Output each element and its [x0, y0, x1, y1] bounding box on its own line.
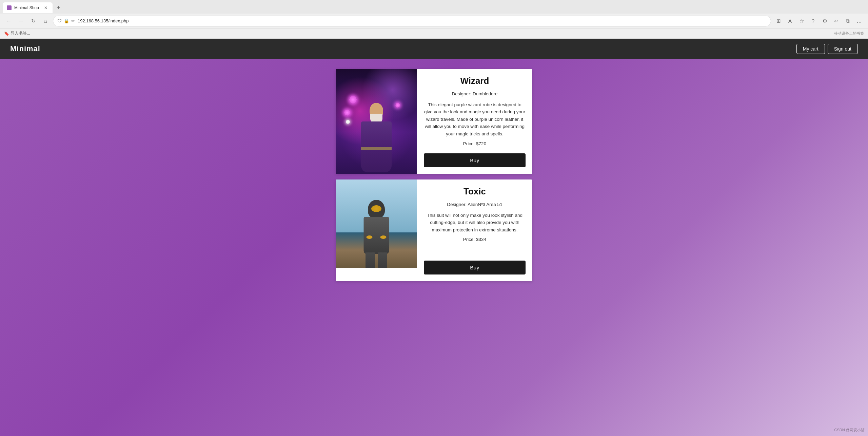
magic-orb-4	[346, 120, 350, 124]
back-button[interactable]: ←	[4, 16, 14, 26]
toxic-title: Toxic	[463, 186, 486, 197]
extensions-icon[interactable]: ⊞	[774, 16, 783, 26]
wizard-buy-button[interactable]: Buy	[424, 153, 526, 167]
new-tab-button[interactable]: +	[54, 3, 63, 13]
undo-icon[interactable]: ↩	[831, 16, 841, 26]
wizard-designer: Designer: Dumbledore	[452, 90, 497, 98]
address-security-icons: 🛡 🔒 ✏	[57, 18, 75, 23]
reload-button[interactable]: ↻	[28, 16, 38, 26]
product-card-wizard: Wizard Designer: Dumbledore This elegant…	[336, 69, 532, 174]
toxic-info: Toxic Designer: AlienNº3 Area 51 This su…	[417, 179, 532, 281]
browser-chrome: Minimal Shop ✕ + ← → ↻ ⌂ 🛡 🔒 ✏ 192.168.5…	[0, 0, 868, 39]
bookmarks-label: 导入书签...	[11, 31, 30, 36]
magic-orb-2	[344, 110, 350, 116]
product-card-inner-wizard: Wizard Designer: Dumbledore This elegant…	[336, 69, 532, 174]
help-icon[interactable]: ?	[808, 16, 818, 26]
tab-close-button[interactable]: ✕	[43, 5, 48, 11]
address-bar[interactable]: 🛡 🔒 ✏ 192.168.56.135/index.php	[53, 16, 771, 26]
hazmat-figure	[359, 200, 393, 268]
toxic-image-wrapper	[336, 179, 417, 281]
hazmat-shoulder-right	[380, 235, 387, 239]
app-navbar: Minimal My cart Sign out	[0, 39, 868, 59]
hazmat-visor	[371, 205, 381, 212]
wizard-title: Wizard	[460, 76, 489, 86]
product-card-inner-toxic: Toxic Designer: AlienNº3 Area 51 This su…	[336, 179, 532, 281]
tab-bar: Minimal Shop ✕ +	[0, 0, 868, 14]
wizard-belt	[361, 147, 392, 150]
toxic-description: This suit will not only make you look st…	[424, 212, 526, 234]
hazmat-legs	[366, 252, 387, 268]
my-cart-button[interactable]: My cart	[796, 44, 825, 54]
pen-icon: ✏	[71, 18, 75, 23]
tab-title: Minimal Shop	[14, 5, 39, 10]
wizard-text-area: Wizard Designer: Dumbledore This elegant…	[424, 76, 526, 153]
bookmarks-bar: 🔖 导入书签... 移动设备上的书签	[0, 29, 868, 39]
star-icon[interactable]: ☆	[797, 16, 806, 26]
hazmat-leg-left	[366, 252, 375, 268]
lock-icon: 🔒	[64, 18, 69, 23]
wizard-info: Wizard Designer: Dumbledore This elegant…	[417, 69, 532, 174]
wizard-image-wrapper	[336, 69, 417, 174]
hazmat-helmet	[368, 200, 385, 219]
hazmat-leg-right	[378, 252, 387, 268]
sign-out-button[interactable]: Sign out	[828, 44, 858, 54]
toxic-designer: Designer: AlienNº3 Area 51	[447, 201, 502, 208]
hazmat-body	[364, 217, 389, 254]
nav-bar: ← → ↻ ⌂ 🛡 🔒 ✏ 192.168.56.135/index.php ⊞…	[0, 14, 868, 29]
restore-icon[interactable]: ⧉	[843, 16, 852, 26]
active-tab[interactable]: Minimal Shop ✕	[3, 2, 53, 13]
address-text: 192.168.56.135/index.php	[78, 18, 767, 23]
toxic-price: Price: $334	[463, 237, 486, 242]
toxic-image	[336, 179, 417, 268]
translate-icon[interactable]: A	[785, 16, 795, 26]
toxic-buy-button[interactable]: Buy	[424, 261, 526, 274]
wizard-price: Price: $720	[463, 141, 486, 146]
home-button[interactable]: ⌂	[41, 16, 50, 26]
wizard-figure	[356, 99, 397, 174]
app-brand: Minimal	[10, 44, 40, 53]
main-content: Wizard Designer: Dumbledore This elegant…	[0, 59, 868, 291]
mobile-bookmarks-label: 移动设备上的书签	[834, 31, 864, 36]
forward-button[interactable]: →	[16, 16, 26, 26]
settings-icon[interactable]: ⚙	[820, 16, 829, 26]
hazmat-shoulder-left	[367, 235, 373, 239]
wizard-description: This elegant purple wizard robe is desig…	[424, 101, 526, 138]
product-card-toxic: Toxic Designer: AlienNº3 Area 51 This su…	[336, 179, 532, 281]
bookmarks-icon: 🔖	[4, 31, 9, 36]
toxic-text-area: Toxic Designer: AlienNº3 Area 51 This su…	[424, 186, 526, 261]
more-icon[interactable]: …	[854, 16, 864, 26]
navbar-actions: My cart Sign out	[796, 44, 858, 54]
tab-favicon	[7, 5, 12, 10]
wizard-image	[336, 69, 417, 174]
shield-icon: 🛡	[57, 18, 62, 23]
nav-right-icons: ⊞ A ☆ ? ⚙ ↩ ⧉ …	[774, 16, 864, 26]
watermark: CSDN @网安小洁	[834, 428, 865, 433]
magic-orb-1	[349, 96, 357, 103]
